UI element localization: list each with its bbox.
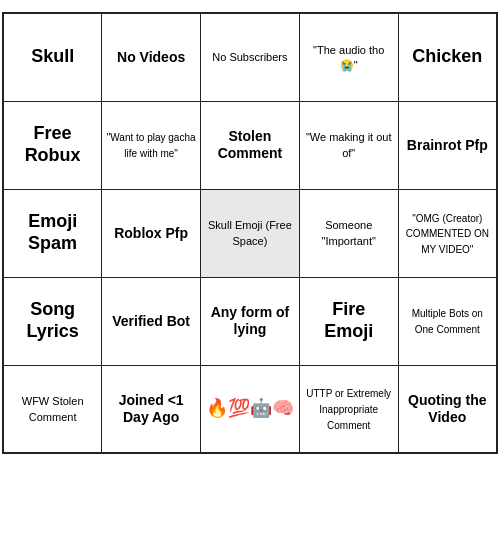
cell-3-4: Multiple Bots on One Comment <box>398 277 497 365</box>
cell-1-1: "Want to play gacha life with me" <box>102 101 201 189</box>
cell-4-0: WFW Stolen Comment <box>3 365 102 453</box>
cell-3-1: Verified Bot <box>102 277 201 365</box>
cell-0-1: No Videos <box>102 13 201 101</box>
cell-2-3: Someone "Important" <box>299 189 398 277</box>
cell-3-2: Any form of lying <box>201 277 300 365</box>
cell-1-0: Free Robux <box>3 101 102 189</box>
cell-1-4: Brainrot Pfp <box>398 101 497 189</box>
cell-4-4: Quoting the Video <box>398 365 497 453</box>
bingo-grid: SkullNo VideosNo Subscribers"The audio t… <box>2 12 498 454</box>
cell-0-0: Skull <box>3 13 102 101</box>
cell-1-2: Stolen Comment <box>201 101 300 189</box>
cell-0-3: "The audio tho 😭" <box>299 13 398 101</box>
cell-3-0: Song Lyrics <box>3 277 102 365</box>
cell-4-3: UTTP or Extremely Inappropriate Comment <box>299 365 398 453</box>
cell-2-1: Roblox Pfp <box>102 189 201 277</box>
bingo-title <box>0 0 500 12</box>
cell-2-0: Emoji Spam <box>3 189 102 277</box>
cell-1-3: "We making it out of" <box>299 101 398 189</box>
cell-3-3: FireEmoji <box>299 277 398 365</box>
cell-4-2: 🔥💯🤖🧠 <box>201 365 300 453</box>
cell-0-4: Chicken <box>398 13 497 101</box>
cell-2-2: Skull Emoji (Free Space) <box>201 189 300 277</box>
cell-0-2: No Subscribers <box>201 13 300 101</box>
cell-2-4: "OMG (Creator) COMMENTED ON MY VIDEO" <box>398 189 497 277</box>
cell-4-1: Joined <1 Day Ago <box>102 365 201 453</box>
